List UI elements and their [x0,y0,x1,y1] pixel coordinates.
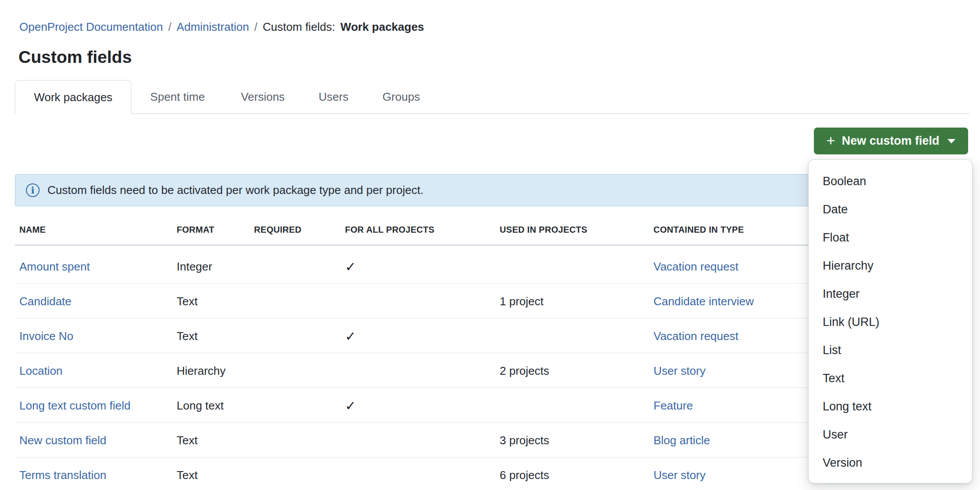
menu-item-integer[interactable]: Integer [809,280,972,308]
menu-item-boolean[interactable]: Boolean [809,167,972,195]
used-in-projects-cell: 6 projects [500,468,549,482]
contained-in-type-link[interactable]: Candidate interview [653,294,754,308]
breadcrumb-link-administration[interactable]: Administration [177,19,249,34]
breadcrumb-current-page: Work packages [341,19,424,34]
format-cell: Text [177,468,198,482]
tab-work-packages[interactable]: Work packages [15,80,131,114]
custom-field-name-link[interactable]: Amount spent [19,260,90,273]
menu-item-long-text[interactable]: Long text [809,392,972,421]
column-header-name: NAME [19,224,46,235]
format-cell: Hierarchy [177,364,225,377]
contained-in-type-link[interactable]: Blog article [653,433,710,447]
menu-item-text[interactable]: Text [809,364,972,392]
menu-item-date[interactable]: Date [809,195,972,223]
contained-in-type-link[interactable]: Feature [653,399,693,412]
custom-fields-admin-page: OpenProject Documentation / Administrati… [0,0,980,490]
column-header-used-in-projects: USED IN PROJECTS [500,224,587,235]
breadcrumb-current-bold: Work packages [341,20,424,33]
tab-users[interactable]: Users [319,80,348,114]
column-header-for-all-projects: FOR ALL PROJECTS [345,224,435,235]
column-header-contained-in-type: CONTAINED IN TYPE [653,224,744,235]
info-banner-text: Custom fields need to be activated per w… [47,183,424,197]
column-header-format: FORMAT [177,224,214,235]
for-all-projects-checkmark: ✓ [345,398,356,413]
menu-item-list[interactable]: List [809,336,972,364]
menu-item-float[interactable]: Float [809,223,972,252]
menu-item-version[interactable]: Version [809,449,972,477]
tab-groups[interactable]: Groups [382,80,420,114]
format-cell: Text [177,294,198,308]
format-cell: Text [177,433,198,447]
custom-field-name-link[interactable]: New custom field [19,433,106,447]
for-all-projects-checkmark: ✓ [345,328,356,344]
used-in-projects-cell: 3 projects [500,433,549,447]
breadcrumb-link-openproject-documentation[interactable]: OpenProject Documentation [19,19,163,34]
menu-item-user[interactable]: User [809,421,972,449]
for-all-projects-checkmark: ✓ [345,259,356,274]
new-custom-field-button[interactable]: + New custom field [814,128,968,154]
column-header-required: REQUIRED [254,224,301,235]
contained-in-type-link[interactable]: Vacation request [653,329,738,343]
breadcrumb-separator: / [254,19,258,34]
custom-field-name-link[interactable]: Terms translation [19,468,106,482]
tab-versions[interactable]: Versions [241,80,285,114]
custom-field-name-link[interactable]: Candidate [19,294,72,308]
tab-spent-time[interactable]: Spent time [150,80,205,114]
contained-in-type-link[interactable]: User story [653,468,705,482]
menu-item-hierarchy[interactable]: Hierarchy [809,252,972,280]
format-cell: Long text [177,399,224,412]
contained-in-type-link[interactable]: Vacation request [653,260,738,273]
used-in-projects-cell: 1 project [500,294,544,308]
custom-field-name-link[interactable]: Location [19,364,62,377]
breadcrumb: OpenProject Documentation / Administrati… [19,19,424,34]
info-icon: i [26,183,40,197]
custom-field-name-link[interactable]: Invoice No [19,329,73,343]
format-cell: Text [177,329,198,343]
plus-icon: + [827,134,835,147]
breadcrumb-separator: / [168,19,171,34]
new-custom-field-button-label: New custom field [842,134,939,148]
page-title: Custom fields [18,46,132,68]
breadcrumb-current: Custom fields: [263,19,335,34]
new-custom-field-type-menu: Boolean Date Float Hierarchy Integer Lin… [808,159,973,483]
chevron-down-icon [947,139,955,143]
used-in-projects-cell: 2 projects [500,364,549,377]
contained-in-type-link[interactable]: User story [653,364,705,377]
custom-field-name-link[interactable]: Long text custom field [19,399,131,412]
format-cell: Integer [177,260,212,273]
menu-item-link-url[interactable]: Link (URL) [809,308,972,336]
